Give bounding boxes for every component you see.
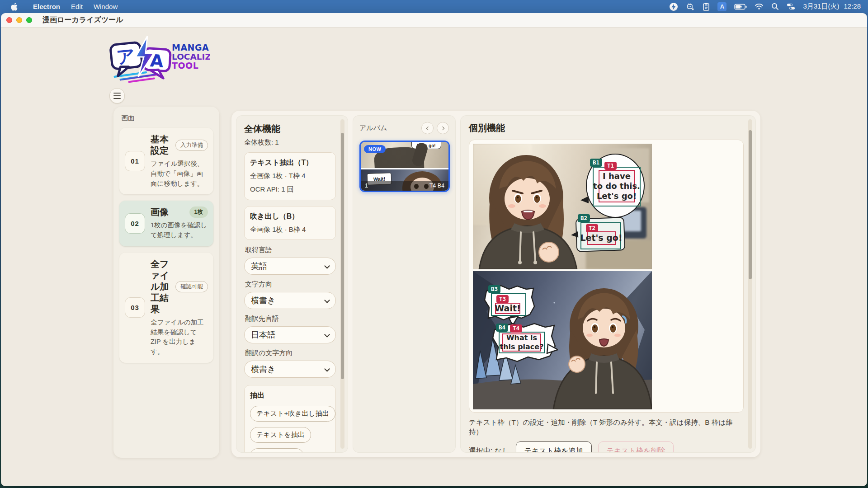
close-window-button[interactable] <box>6 17 12 23</box>
text-direction-select[interactable]: 横書き <box>244 292 336 309</box>
bubble-frame-tag-b4[interactable]: B4 <box>496 324 508 332</box>
album-thumbnail-selected[interactable]: Let's go! Wait! NOW 1 T4 B4 <box>359 141 450 192</box>
step-number-badge: 02 <box>125 213 145 234</box>
card-title: 抽出 <box>250 391 330 400</box>
macos-menubar: Electron Edit Window A <box>0 0 868 13</box>
text-frame-t2[interactable]: Let's go! <box>587 231 616 245</box>
sidebar-step-all-files-result[interactable]: 03 全ファイル加工結果 確認可能 全ファイルの加工結果を確認して ZIP を出… <box>119 253 213 363</box>
individual-functions-panel: 個別機能 <box>460 115 756 453</box>
bubble-frame-tag-b2[interactable]: B2 <box>578 214 590 222</box>
apple-menu[interactable] <box>11 3 18 11</box>
extract-text-button[interactable]: テキストを抽出 <box>250 427 311 443</box>
album-next-button[interactable] <box>437 122 449 134</box>
bubble-text-line: Let's go! <box>597 191 637 201</box>
extraction-group-card: 抽出 テキスト+吹き出し抽出 テキストを抽出 吹き出し抽出 <box>244 385 336 453</box>
chevron-down-icon <box>324 332 330 338</box>
chevron-right-icon <box>441 126 444 130</box>
manga-canvas[interactable]: T1 B1 I have to do this. Let's go! B2 T2… <box>473 144 652 409</box>
bubble-text-line: to do this. <box>593 181 640 191</box>
zoom-window-button[interactable] <box>26 17 32 23</box>
card-line: 全画像 1枚 · B枠 4 <box>250 225 330 235</box>
step-number-badge: 01 <box>125 151 145 171</box>
battery-icon[interactable] <box>734 4 747 10</box>
bubble-frame-tag-b1[interactable]: B1 <box>590 159 602 167</box>
add-text-frame-button[interactable]: テキスト枠を追加 <box>516 441 592 453</box>
select-value: 横書き <box>251 364 275 375</box>
menubar-date: 3月31日(火) <box>803 2 839 11</box>
now-badge: NOW <box>364 145 386 153</box>
extract-bubble-button[interactable]: 吹き出し抽出 <box>250 448 304 453</box>
control-center-icon[interactable] <box>787 3 795 10</box>
bubble-text-line: What is <box>506 333 537 343</box>
bubble-frame-tag-b3[interactable]: B3 <box>488 285 500 293</box>
main-content: 全体機能 全体枚数: 1 テキスト抽出（T） 全画像 1枚 · T枠 4 OCR… <box>231 111 760 457</box>
app-logo: ア A MANGA LOCALIZATION TOOL <box>106 33 210 83</box>
input-source-icon[interactable]: A <box>717 2 726 11</box>
select-value: 横書き <box>251 295 275 306</box>
menu-electron[interactable]: Electron <box>28 0 66 13</box>
menu-window[interactable]: Window <box>88 0 123 13</box>
sidebar-step-basic-settings[interactable]: 01 基本設定 入力準備 ファイル選択後、自動で「画像」画面に移動します。 <box>119 128 213 194</box>
text-frame-tag-t4[interactable]: T4 <box>510 324 522 333</box>
manga-editor-card: T1 B1 I have to do this. Let's go! B2 T2… <box>469 140 744 413</box>
clipboard-status-icon[interactable] <box>703 2 710 11</box>
manga-panel-top <box>473 144 652 269</box>
bubble-text-line: I have <box>603 171 631 181</box>
selection-status-label: 選択中: なし <box>469 446 509 453</box>
select-value: 英語 <box>251 261 267 272</box>
menubar-clock[interactable]: 3月31日(火) 12:28 <box>803 2 861 11</box>
text-frame-t4[interactable]: What is this place? <box>502 333 541 352</box>
logo-line1: MANGA <box>172 42 209 52</box>
global-panel-scrollbar[interactable] <box>340 119 344 449</box>
text-frame-note: テキスト枠（T）の設定・追加・削除（T 矩形のみ外す。本文・訳は保持、B 枠は維… <box>469 418 744 437</box>
album-prev-button[interactable] <box>421 122 434 134</box>
text-direction-label: 文字方向 <box>245 280 336 289</box>
chevron-left-icon <box>426 126 430 130</box>
step-description: ファイル選択後、自動で「画像」画面に移動します。 <box>151 159 208 188</box>
detail-panel-title: 個別機能 <box>469 122 744 134</box>
lightning-status-icon[interactable] <box>669 2 678 11</box>
delete-text-frame-button[interactable]: テキスト枠を削除 <box>598 441 674 453</box>
logo-line3: TOOL <box>172 61 198 70</box>
chevron-down-icon <box>324 366 330 372</box>
menu-edit[interactable]: Edit <box>66 0 88 13</box>
extract-text-and-bubble-button[interactable]: テキスト+吹き出し抽出 <box>250 406 335 422</box>
minimize-window-button[interactable] <box>16 17 22 23</box>
scrollbar-thumb[interactable] <box>749 130 752 279</box>
select-value: 日本語 <box>251 329 275 340</box>
target-language-select[interactable]: 日本語 <box>244 326 336 343</box>
bubble-summary-card: 吹き出し（B） 全画像 1枚 · B枠 4 <box>244 206 336 240</box>
card-line: OCR API: 1 回 <box>250 184 330 194</box>
card-title: テキスト抽出（T） <box>250 158 330 168</box>
character-girl-top <box>473 144 586 269</box>
step-status-badge: 確認可能 <box>175 281 208 292</box>
thumbnail-frame-badge: T4 B4 <box>429 183 444 189</box>
album-title: アルバム <box>359 124 387 132</box>
wifi-icon[interactable] <box>755 3 764 10</box>
scrollbar-thumb[interactable] <box>341 133 344 379</box>
card-line: 全画像 1枚 · T枠 4 <box>250 171 330 181</box>
window-titlebar[interactable]: 漫画ローカライズツール <box>1 13 867 28</box>
step-status-badge: 入力準備 <box>175 140 208 151</box>
text-frame-tag-t3[interactable]: T3 <box>496 295 509 303</box>
global-functions-panel: 全体機能 全体枚数: 1 テキスト抽出（T） 全画像 1枚 · T枠 4 OCR… <box>236 115 348 453</box>
robot-status-icon[interactable] <box>686 2 695 11</box>
text-frame-t1[interactable]: I have to do this. Let's go! <box>599 170 635 202</box>
detail-panel-scrollbar[interactable] <box>748 119 752 449</box>
translation-direction-select[interactable]: 横書き <box>244 361 336 378</box>
card-title: 吹き出し（B） <box>250 212 330 221</box>
text-frame-t3[interactable]: Wait! <box>495 303 520 314</box>
text-frame-tag-t1[interactable]: T1 <box>604 162 617 170</box>
translation-direction-label: 翻訳の文字方向 <box>245 349 336 357</box>
chevron-down-icon <box>324 297 330 303</box>
sidebar-step-image[interactable]: 02 画像 1枚 1枚の画像を確認して処理します。 <box>119 201 213 246</box>
step-number-badge: 03 <box>125 297 145 318</box>
logo-left-char: ア <box>115 45 136 67</box>
hamburger-menu-button[interactable] <box>109 88 125 103</box>
source-language-select[interactable]: 英語 <box>244 258 336 275</box>
text-frame-tag-t2[interactable]: T2 <box>586 224 598 232</box>
step-description: 1枚の画像を確認して処理します。 <box>151 221 208 240</box>
search-icon[interactable] <box>771 3 779 10</box>
source-language-label: 取得言語 <box>245 246 336 254</box>
step-status-badge: 1枚 <box>189 206 208 218</box>
